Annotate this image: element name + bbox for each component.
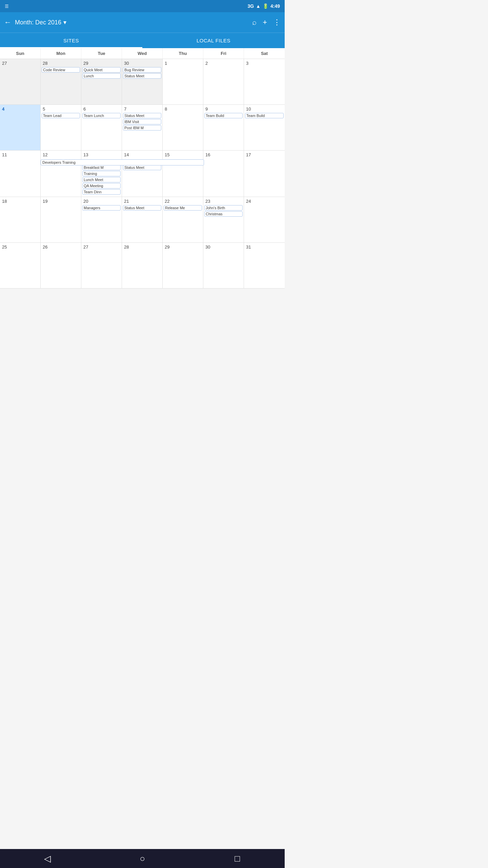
battery-icon: 🔋 (263, 3, 268, 9)
week-row-2: 4 5 Team Lead 6 Team Lunch 7 Status Meet… (0, 105, 285, 151)
cal-cell-dec30[interactable]: 30 (203, 243, 244, 289)
cal-cell-dec4[interactable]: 4 (0, 105, 41, 151)
cal-cell-dec9[interactable]: 9 Team Build (203, 105, 244, 151)
day-header-thu: Thu (163, 48, 203, 59)
cal-cell-dec28[interactable]: 28 (122, 243, 163, 289)
cal-cell-dec2[interactable]: 2 (203, 59, 244, 105)
cal-cell-dec25[interactable]: 25 (0, 243, 41, 289)
cell-date: 20 (82, 198, 121, 204)
back-button[interactable]: ← (4, 18, 12, 27)
cal-cell-dec21[interactable]: 21 Status Meet (122, 197, 163, 243)
day-header-sun: Sun (0, 48, 41, 59)
cal-cell-dec10[interactable]: 10 Team Build (244, 105, 285, 151)
tab-sites[interactable]: SITES (0, 33, 142, 48)
cal-cell-dec14[interactable]: 14 Status Meet (122, 151, 163, 197)
event-team-build-9[interactable]: Team Build (204, 113, 243, 118)
event-team-lead[interactable]: Team Lead (42, 113, 80, 118)
cal-cell-dec3[interactable]: 3 (244, 59, 285, 105)
cal-cell-dec12[interactable]: 12 (41, 151, 81, 197)
day-header-sat: Sat (244, 48, 285, 59)
cal-cell-dec24[interactable]: 24 (244, 197, 285, 243)
cell-date: 29 (82, 60, 121, 66)
cell-date: 9 (204, 106, 243, 112)
calendar: Sun Mon Tue Wed Thu Fri Sat 27 28 Code R… (0, 48, 285, 289)
cell-date: 14 (123, 152, 161, 158)
cal-cell-dec17[interactable]: 17 (244, 151, 285, 197)
event-ibm-visit[interactable]: IBM Visit (123, 119, 161, 124)
event-status-meet-21[interactable]: Status Meet (123, 205, 161, 211)
event-status-meet-7[interactable]: Status Meet (123, 113, 161, 118)
cell-date: 27 (82, 244, 121, 250)
toolbar: ← Month: Dec 2016 ▾ ⌕ + ⋮ (0, 12, 285, 33)
event-managers[interactable]: Managers (82, 205, 121, 211)
event-status-meet[interactable]: Status Meet (123, 73, 161, 79)
add-button[interactable]: + (263, 18, 267, 27)
event-lunch-meet[interactable]: Lunch Meet (82, 177, 121, 182)
more-button[interactable]: ⋮ (273, 18, 281, 27)
event-team-dinn[interactable]: Team Dinn (82, 189, 121, 195)
event-status-meet-14[interactable]: Status Meet (123, 165, 161, 170)
cal-cell-dec5[interactable]: 5 Team Lead (41, 105, 81, 151)
event-training[interactable]: Training (82, 171, 121, 176)
cell-date: 29 (164, 244, 202, 250)
cal-cell-dec27[interactable]: 27 (81, 243, 122, 289)
cal-cell-dec26[interactable]: 26 (41, 243, 81, 289)
event-johns-birthday[interactable]: John's Birth (204, 205, 243, 211)
event-bug-review[interactable]: Bug Review (123, 67, 161, 73)
cell-date: 27 (1, 60, 39, 66)
event-lunch[interactable]: Lunch (82, 73, 121, 79)
event-team-lunch[interactable]: Team Lunch (82, 113, 121, 118)
day-header-tue: Tue (81, 48, 122, 59)
network-indicator: 3G (247, 3, 254, 9)
cal-cell-dec23[interactable]: 23 John's Birth Christmas (203, 197, 244, 243)
cal-cell-dec1[interactable]: 1 (163, 59, 203, 105)
event-breakfast[interactable]: Breakfast M (82, 165, 121, 170)
cell-date: 23 (204, 198, 243, 204)
event-code-review[interactable]: Code Review (42, 67, 80, 73)
cal-cell-dec8[interactable]: 8 (163, 105, 203, 151)
cal-cell-nov30[interactable]: 30 Bug Review Status Meet (122, 59, 163, 105)
cal-cell-dec15[interactable]: 15 (163, 151, 203, 197)
cell-date: 12 (42, 152, 80, 158)
cal-cell-dec22[interactable]: 22 Release Me (163, 197, 203, 243)
cell-date: 21 (123, 198, 161, 204)
tab-local-files[interactable]: LOCAL FILES (142, 33, 285, 48)
cal-cell-nov28[interactable]: 28 Code Review (41, 59, 81, 105)
cell-date: 1 (164, 60, 202, 66)
event-qa-meeting[interactable]: QA Meeting (82, 183, 121, 189)
cell-date: 30 (123, 60, 161, 66)
event-team-build-10[interactable]: Team Build (245, 113, 284, 118)
cell-date: 16 (204, 152, 243, 158)
event-post-ibm[interactable]: Post IBM M (123, 125, 161, 131)
cell-date: 13 (82, 152, 121, 158)
cell-date: 30 (204, 244, 243, 250)
cal-cell-nov29[interactable]: 29 Quick Meet Lunch (81, 59, 122, 105)
cal-cell-nov27[interactable]: 27 (0, 59, 41, 105)
cell-date: 2 (204, 60, 243, 66)
cal-cell-dec16[interactable]: 16 (203, 151, 244, 197)
cell-date: 10 (245, 106, 284, 112)
cal-cell-dec13[interactable]: 13 Breakfast M Training Lunch Meet QA Me… (81, 151, 122, 197)
event-quick-meet[interactable]: Quick Meet (82, 67, 121, 73)
search-button[interactable]: ⌕ (252, 18, 257, 27)
cell-date: 19 (42, 198, 80, 204)
status-left: ☰ (5, 4, 9, 9)
cal-cell-dec29[interactable]: 29 (163, 243, 203, 289)
cal-cell-dec11[interactable]: 11 (0, 151, 41, 197)
event-christmas[interactable]: Christmas (204, 211, 243, 217)
cell-date: 18 (1, 198, 39, 204)
event-release-me[interactable]: Release Me (164, 205, 202, 211)
cal-cell-dec31[interactable]: 31 (244, 243, 285, 289)
cal-cell-dec7[interactable]: 7 Status Meet IBM Visit Post IBM M (122, 105, 163, 151)
day-header-fri: Fri (203, 48, 244, 59)
status-right: 3G ▲ 🔋 4:49 (247, 3, 280, 9)
cell-date: 15 (164, 152, 202, 158)
cell-date: 22 (164, 198, 202, 204)
cal-cell-dec18[interactable]: 18 (0, 197, 41, 243)
cal-cell-dec6[interactable]: 6 Team Lunch (81, 105, 122, 151)
cal-cell-dec19[interactable]: 19 (41, 197, 81, 243)
toolbar-title: Month: Dec 2016 ▾ (15, 19, 252, 26)
cell-date: 31 (245, 244, 284, 250)
dropdown-icon[interactable]: ▾ (63, 19, 66, 26)
cal-cell-dec20[interactable]: 20 Managers (81, 197, 122, 243)
